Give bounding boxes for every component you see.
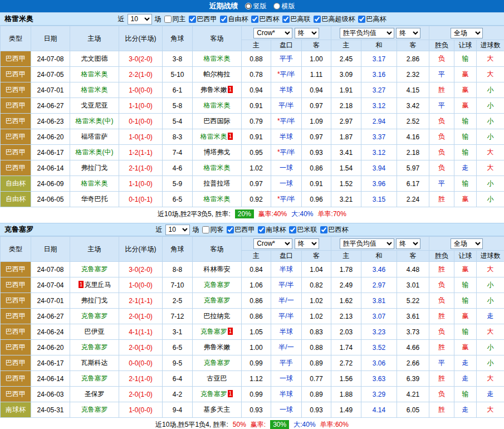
match-row: 巴西甲24-06-27克鲁塞罗2-0(1-0)7-12巴拉纳竞0.86平/半1.… bbox=[1, 309, 504, 324]
avg-odds-select[interactable]: 胜平负均值 bbox=[340, 28, 394, 38]
team-label: 格雷米奥 bbox=[200, 133, 227, 140]
cell-corners: 6-5 bbox=[163, 340, 193, 355]
cell-avg-home: 1.49 bbox=[331, 402, 361, 418]
page-title: 近期战绩 bbox=[209, 1, 238, 11]
bookmaker-select[interactable]: Crow* bbox=[253, 238, 292, 249]
league-filter[interactable]: 南球杯 bbox=[258, 225, 286, 235]
cell-handicap-result: 赢 bbox=[454, 98, 477, 114]
cell-score: 2-1(1-0) bbox=[119, 371, 163, 387]
league-filter[interactable]: 巴西甲 bbox=[227, 225, 255, 235]
cell-odds-home: 0.93 bbox=[242, 402, 271, 418]
cell-avg-away: 4.66 bbox=[397, 340, 429, 355]
cell-avg-home: 3.09 bbox=[331, 67, 361, 82]
cell-goals-result: 大 bbox=[477, 51, 504, 67]
cell-handicap: 平/半 bbox=[271, 309, 302, 324]
col-header-away: 客场 bbox=[193, 237, 242, 262]
same-venue-checkbox[interactable] bbox=[164, 16, 172, 23]
avg-final-select[interactable]: 终 bbox=[396, 28, 420, 38]
league-label: 巴西杯 bbox=[329, 225, 349, 235]
cell-avg-home: 2.45 bbox=[331, 51, 361, 67]
cell-goals-result: 小 bbox=[477, 355, 504, 371]
league-checkbox[interactable] bbox=[251, 16, 258, 23]
league-checkbox[interactable] bbox=[227, 226, 234, 233]
cell-home-team: 巴伊亚 bbox=[70, 324, 119, 340]
subcol-odds-away: 客 bbox=[302, 40, 331, 51]
cell-away-team: 克鲁塞罗1 bbox=[193, 324, 242, 340]
odds-final-select[interactable]: 终 bbox=[295, 238, 319, 249]
cell-home-team: 格雷米奥 bbox=[70, 67, 119, 82]
odds-final-select[interactable]: 终 bbox=[295, 28, 319, 38]
league-filter[interactable]: 巴高超级杯 bbox=[314, 14, 355, 24]
scope-select[interactable]: 全场 bbox=[451, 28, 483, 38]
layout-radio-horizontal[interactable]: 横版 bbox=[273, 2, 295, 11]
vertical-radio[interactable] bbox=[245, 3, 252, 9]
league-checkbox[interactable] bbox=[258, 226, 265, 233]
cell-date: 24-07-01 bbox=[31, 82, 70, 98]
handicap-label: 平/半 bbox=[280, 195, 295, 203]
avg-group-header: 胜平负均值 终 bbox=[331, 237, 429, 251]
same-venue-filter[interactable]: 同客 bbox=[202, 225, 224, 235]
scope-select[interactable]: 全场 bbox=[451, 238, 483, 249]
same-venue-filter[interactable]: 同主 bbox=[164, 14, 186, 24]
cell-avg-away: 5.22 bbox=[397, 293, 429, 309]
subcol-avg-away: 客 bbox=[397, 251, 429, 262]
avg-final-select[interactable]: 终 bbox=[396, 238, 420, 249]
league-checkbox[interactable] bbox=[282, 16, 290, 23]
cell-odds-home: 0.99 bbox=[242, 387, 271, 402]
bookmaker-select[interactable]: Crow* bbox=[253, 28, 292, 38]
subcol-avg-draw: 和 bbox=[361, 40, 397, 51]
cell-odds-home: 0.86 bbox=[242, 293, 271, 309]
cell-odds-away: 0.88 bbox=[302, 340, 331, 355]
layout-radio-vertical[interactable]: 竖版 bbox=[245, 2, 267, 11]
league-filter[interactable]: 自由杯 bbox=[220, 14, 248, 24]
same-venue-checkbox[interactable] bbox=[202, 226, 209, 233]
league-checkbox[interactable] bbox=[358, 16, 365, 23]
cell-odds-away: 0.86 bbox=[302, 160, 331, 176]
cell-odds-home: 0.92 bbox=[242, 192, 271, 207]
cell-result: 负 bbox=[429, 324, 454, 340]
league-filter[interactable]: 巴西甲 bbox=[189, 14, 217, 24]
cell-league: 巴西甲 bbox=[1, 160, 31, 176]
red-card-badge: 1 bbox=[228, 86, 233, 93]
cell-goals-result: 走 bbox=[477, 387, 504, 402]
league-checkbox[interactable] bbox=[220, 16, 227, 23]
cell-handicap-result: 走 bbox=[454, 371, 477, 387]
cell-date: 24-06-27 bbox=[31, 98, 70, 114]
cell-date: 24-07-01 bbox=[31, 293, 70, 309]
team-label: 格雷米奥 bbox=[81, 70, 108, 78]
rows-count-select[interactable]: 10 bbox=[128, 14, 152, 25]
cell-handicap-result: 走 bbox=[454, 355, 477, 371]
league-filter[interactable]: 巴高杯 bbox=[358, 14, 386, 24]
cell-goals-result: 大 bbox=[477, 145, 504, 160]
handicap-label: 半球 bbox=[280, 86, 293, 94]
cell-league: 巴西甲 bbox=[1, 387, 31, 402]
cell-away-team: 克鲁塞罗1 bbox=[193, 387, 242, 402]
league-checkbox[interactable] bbox=[189, 16, 196, 23]
cell-avg-home: 1.54 bbox=[331, 160, 361, 176]
rows-count-select[interactable]: 10 bbox=[165, 225, 190, 235]
league-checkbox[interactable] bbox=[289, 226, 296, 233]
league-filter[interactable]: 巴西杯 bbox=[251, 14, 280, 24]
horizontal-radio[interactable] bbox=[273, 3, 280, 9]
cell-league: 巴西甲 bbox=[1, 293, 31, 309]
cell-league: 巴西甲 bbox=[1, 129, 31, 145]
cell-away-team: 博塔弗戈 bbox=[193, 145, 242, 160]
cell-home-team: 1克里丘马 bbox=[70, 277, 119, 293]
cell-league: 巴西甲 bbox=[1, 340, 31, 355]
avg-odds-select[interactable]: 胜平负均值 bbox=[340, 238, 394, 249]
cell-avg-away: 2.18 bbox=[397, 145, 429, 160]
league-filter[interactable]: 巴高联 bbox=[282, 14, 311, 24]
subcol-avg-away: 客 bbox=[397, 40, 429, 51]
handicap-label: 半/一 bbox=[278, 343, 293, 351]
league-filter[interactable]: 巴米联 bbox=[289, 225, 317, 235]
team-section-gremio: 格雷米奥 近 10 场 同主 巴西甲自由杯巴西杯巴高联巴高超级杯巴高杯 类型 日… bbox=[0, 12, 504, 221]
matches-table: 类型 日期 主场 比分(半场) 角球 客场 Crow* 终 胜平负均值 终 全场 bbox=[0, 236, 504, 418]
team-name: 格雷米奥 bbox=[4, 14, 33, 24]
league-filter[interactable]: 巴西杯 bbox=[320, 225, 349, 235]
cell-home-team: 弗拉门戈 bbox=[70, 293, 119, 309]
cell-score: 1-1(0-0) bbox=[119, 176, 163, 192]
league-checkbox[interactable] bbox=[320, 226, 327, 233]
league-checkbox[interactable] bbox=[314, 16, 321, 23]
col-header-type: 类型 bbox=[1, 26, 31, 51]
cell-avg-home: 3.21 bbox=[331, 192, 361, 207]
